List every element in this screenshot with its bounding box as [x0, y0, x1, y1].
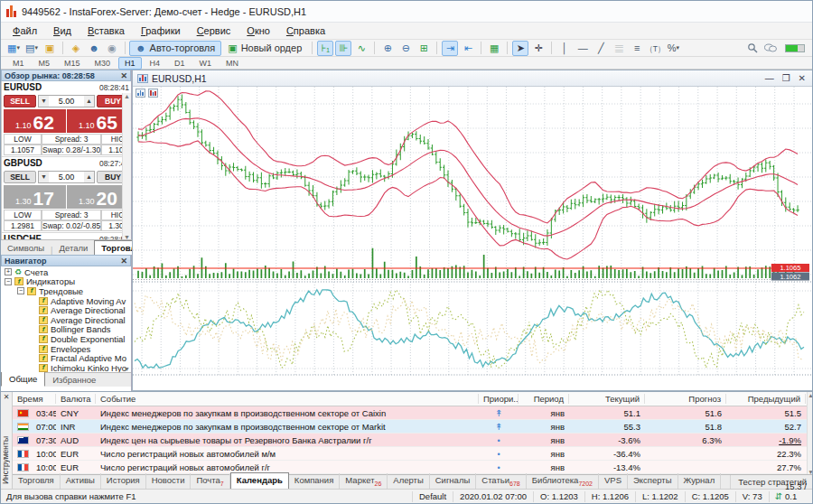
tree-item-indicator[interactable]: fAverage Directional: [1, 315, 131, 325]
calendar-scrollbar[interactable]: ▲▼: [807, 392, 813, 475]
tab-market[interactable]: Маркет26: [340, 473, 388, 489]
volume-stepper[interactable]: ▼5.00▲: [38, 95, 95, 107]
crosshair-button[interactable]: ✛: [530, 41, 547, 56]
tree-item-indicators[interactable]: −fИндикаторы: [1, 277, 131, 287]
expand-icon[interactable]: +: [5, 268, 12, 275]
tab-journal[interactable]: Журнал: [678, 473, 722, 489]
tab-vps[interactable]: VPS: [599, 473, 628, 489]
collapse-icon[interactable]: −: [5, 278, 12, 285]
channel-button[interactable]: ≡: [629, 41, 645, 56]
menu-window[interactable]: Окно: [238, 23, 278, 38]
tf-m30[interactable]: M30: [89, 57, 117, 70]
menu-help[interactable]: Справка: [278, 23, 333, 38]
tree-item-indicator[interactable]: fAdaptive Moving Av: [1, 296, 131, 306]
tab-company[interactable]: Компания: [289, 473, 340, 489]
new-chart-button[interactable]: ▦▾: [5, 41, 22, 56]
chart-shift-button[interactable]: ⇤: [460, 41, 476, 56]
tab-alerts[interactable]: Алерты: [388, 473, 429, 489]
volume-down-icon[interactable]: ▼: [39, 96, 49, 107]
tab-articles[interactable]: Статьи678: [476, 473, 526, 489]
candlestick-chart-button[interactable]: ⊪: [335, 41, 351, 56]
volume-down-icon[interactable]: ▼: [39, 172, 49, 182]
menu-view[interactable]: Вид: [45, 23, 79, 38]
tab-symbols[interactable]: Символы: [1, 241, 51, 255]
volume-stepper[interactable]: ▼5.00▲: [38, 171, 95, 183]
calendar-row[interactable]: 10:00 EUR Число регистраций новых автомо…: [13, 447, 808, 461]
deposit-button[interactable]: ▣: [42, 41, 58, 56]
search-icon[interactable]: [744, 41, 761, 56]
tab-calendar[interactable]: Календарь: [230, 472, 289, 490]
maximize-icon[interactable]: ❐: [782, 73, 790, 83]
tab-signals[interactable]: Сигналы: [430, 473, 477, 489]
scroll-up-icon[interactable]: ▲: [124, 93, 130, 99]
zoom-out-button[interactable]: ⊖: [397, 41, 414, 56]
tab-assets[interactable]: Активы: [61, 473, 101, 489]
menu-charts[interactable]: Графики: [133, 23, 189, 38]
line-chart-button[interactable]: ∿: [353, 41, 369, 56]
tab-news[interactable]: Новости: [146, 473, 192, 489]
depth-of-market-icon[interactable]: [148, 89, 158, 98]
close-icon[interactable]: ✕: [120, 257, 127, 266]
tree-item-accounts[interactable]: +♻Счета: [1, 267, 131, 277]
bid-price[interactable]: 1.3017: [4, 185, 66, 209]
tf-mn[interactable]: MN: [220, 57, 245, 70]
cursor-button[interactable]: ➤: [512, 41, 528, 56]
scroll-down-icon[interactable]: ▼: [124, 366, 130, 372]
calendar-row[interactable]: 03:45 CNY Индекс менеджеров по закупкам …: [13, 406, 808, 420]
sell-button[interactable]: SELL: [4, 171, 36, 183]
tab-favorites[interactable]: Избранное: [45, 373, 103, 387]
calendar-row[interactable]: 10:00 EUR Число регистраций новых автомо…: [13, 461, 808, 474]
webinar-icon[interactable]: ◉: [104, 41, 120, 56]
vertical-line-button[interactable]: │: [556, 41, 573, 56]
tab-details[interactable]: Детали: [53, 241, 95, 255]
price-chart[interactable]: 1.10651.1062: [133, 87, 813, 390]
close-icon[interactable]: ✕: [120, 71, 127, 80]
tab-codebase[interactable]: Библиотека7202: [527, 473, 599, 489]
text-label-button[interactable]: 🄣: [647, 41, 663, 56]
menu-tools[interactable]: Сервис: [189, 23, 239, 38]
tf-w1[interactable]: W1: [193, 57, 219, 70]
tab-trade[interactable]: Торговля: [13, 473, 61, 489]
tf-h4[interactable]: H4: [144, 57, 167, 70]
calendar-row[interactable]: 07:00 INR Индекс менеджеров по закупкам …: [13, 420, 808, 434]
ask-price[interactable]: 1.3020: [67, 185, 129, 209]
trendline-button[interactable]: ╱: [593, 41, 609, 56]
tree-item-indicator[interactable]: fIchimoku Kinko Hyo: [1, 363, 131, 372]
chart-title-bar[interactable]: EURUSD,H1 — ❐ ✕: [133, 70, 813, 87]
one-click-trading-icon[interactable]: [136, 89, 145, 98]
tree-item-indicator[interactable]: fEnvelopes: [1, 344, 131, 354]
scroll-up-icon[interactable]: ▲: [808, 392, 813, 398]
auto-scroll-button[interactable]: ⇥: [442, 41, 458, 56]
tf-h1[interactable]: H1: [118, 57, 142, 70]
minimize-icon[interactable]: —: [765, 73, 774, 83]
auto-trading-button[interactable]: ☻ Авто-торговля: [129, 41, 221, 56]
tree-item-indicator[interactable]: fFractal Adaptive Mo: [1, 353, 131, 363]
bar-chart-button[interactable]: ⊦₁: [317, 41, 333, 56]
community-icon[interactable]: ☻: [86, 41, 102, 56]
tree-item-indicator[interactable]: fDouble Exponential: [1, 334, 131, 344]
collapse-icon[interactable]: −: [17, 287, 24, 294]
horizontal-line-button[interactable]: —: [575, 41, 591, 56]
tf-m5[interactable]: M5: [33, 57, 57, 70]
close-icon[interactable]: ✕: [1, 392, 12, 401]
volume-up-icon[interactable]: ▲: [84, 96, 94, 107]
tab-common[interactable]: Общие: [1, 371, 45, 387]
history-center-icon[interactable]: ◈: [68, 41, 84, 56]
arrows-button[interactable]: %▾: [665, 41, 681, 56]
tab-experts[interactable]: Эксперты: [628, 473, 678, 489]
zoom-in-button[interactable]: ⊕: [379, 41, 396, 56]
bid-price[interactable]: 1.1062: [4, 109, 66, 133]
close-icon[interactable]: ✕: [799, 73, 806, 83]
tile-windows-button[interactable]: ⊞: [416, 41, 432, 56]
profiles-button[interactable]: ▤▾: [23, 41, 40, 56]
calendar-row[interactable]: 07:30 AUD Индекс цен на сырьевые товары …: [13, 434, 808, 447]
tab-history[interactable]: История: [101, 473, 146, 489]
menu-insert[interactable]: Вставка: [79, 23, 133, 38]
calendar-header-row[interactable]: Время Валюта Событие Приори... Период Те…: [13, 392, 808, 406]
tree-item-indicator[interactable]: fBollinger Bands: [1, 325, 131, 335]
tab-mail[interactable]: Почта7: [191, 473, 229, 489]
tf-d1[interactable]: D1: [168, 57, 192, 70]
tree-item-indicator[interactable]: fAverage Directional: [1, 305, 131, 315]
chart-canvas[interactable]: 1.10651.1062: [133, 87, 813, 390]
tf-m15[interactable]: M15: [58, 57, 87, 70]
